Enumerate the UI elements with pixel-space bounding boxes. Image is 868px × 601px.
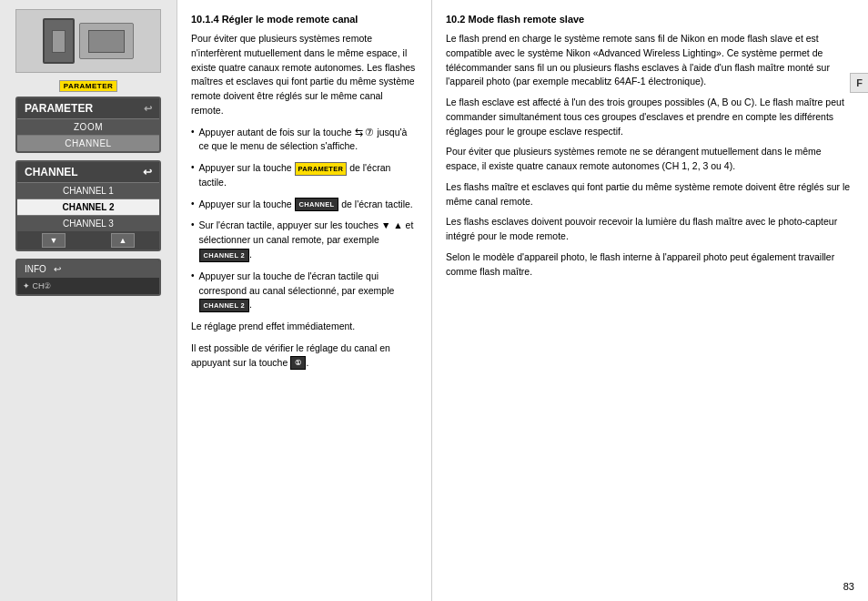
right-para-1: Le flash prend en charge le système remo… (446, 32, 854, 89)
right-para-2: Le flash esclave est affecté à l'un des … (446, 96, 854, 138)
arrow-up-btn[interactable]: ▲ (111, 233, 136, 248)
info-label: INFO (25, 264, 46, 274)
channel2-inline-badge-1: CHANNEL 2 (199, 249, 250, 262)
right-panel: F 10.2 Mode flash remote slave Le flash … (432, 0, 868, 601)
channel-title: CHANNEL (25, 166, 78, 178)
bullet-text-2: Appuyer sur la touche PARAMETER de l'écr… (199, 161, 418, 190)
bullet-1: • Appuyer autant de fois sur la touche ⇆… (191, 126, 418, 155)
channel-arrows: ▼ ▲ (17, 231, 159, 250)
parameter-badge-container: PARAMETER (59, 80, 118, 92)
middle-panel: 10.1.4 Régler le mode remote canal Pour … (177, 0, 432, 601)
back-icon: ↩ (144, 103, 152, 115)
bullet-dot-1: • (191, 127, 195, 155)
middle-title: 10.1.4 Régler le mode remote canal (191, 14, 418, 25)
channel-item-1[interactable]: CHANNEL 1 (17, 182, 159, 199)
info-back-icon: ↩ (54, 264, 61, 274)
footer-1: Le réglage prend effet immédiatement. (191, 320, 418, 334)
channel-back-icon: ↩ (143, 166, 152, 178)
channel2-inline-badge-2: CHANNEL 2 (199, 299, 250, 312)
right-title: 10.2 Mode flash remote slave (446, 14, 854, 25)
channel-item-3[interactable]: CHANNEL 3 (17, 215, 159, 231)
parameter-inline-badge: PARAMETER (295, 162, 348, 176)
right-para-4: Les flashs maître et esclaves qui font p… (446, 180, 854, 209)
channel-menu-screen: CHANNEL ↩ CHANNEL 1 CHANNEL 2 CHANNEL 3 … (15, 160, 161, 251)
info-screen: INFO ↩ ✦ CH② (15, 259, 161, 296)
bullet-dot-2: • (191, 162, 195, 190)
menu-title: PARAMETER (25, 102, 93, 115)
channel-header: CHANNEL ↩ (17, 162, 159, 182)
f-tab: F (850, 73, 868, 93)
parameter-menu-screen: PARAMETER ↩ ZOOM CHANNEL (15, 97, 161, 153)
footer-2: Il est possible de vérifier le réglage d… (191, 341, 418, 371)
info-inline-badge: ① (290, 356, 306, 370)
channel-inline-badge-1: CHANNEL (295, 198, 339, 211)
menu-item-zoom[interactable]: ZOOM (17, 118, 159, 135)
menu-header: PARAMETER ↩ (17, 98, 159, 118)
right-para-6: Selon le modèle d'appareil photo, le fla… (446, 250, 854, 280)
device-image (15, 9, 161, 73)
middle-para-1: Pour éviter que plusieurs systèmes remot… (191, 32, 418, 118)
bullet-text-1: Appuyer autant de fois sur la touche ⇆ ⑦… (199, 126, 418, 155)
info-bar: INFO ↩ (17, 260, 159, 278)
arrow-down-btn[interactable]: ▼ (42, 233, 66, 248)
right-para-5: Les flashs esclaves doivent pouvoir rece… (446, 215, 854, 244)
info-icons: ✦ CH② (17, 278, 159, 294)
bullet-dot-4: • (191, 219, 195, 261)
bullet-4: • Sur l'écran tactile, appuyer sur les t… (191, 219, 418, 261)
bullet-dot-5: • (191, 270, 195, 312)
bullet-5: • Appuyer sur la touche de l'écran tacti… (191, 270, 418, 312)
parameter-badge: PARAMETER (59, 80, 118, 92)
channel-item-2[interactable]: CHANNEL 2 (17, 199, 159, 215)
bullet-text-3: Appuyer sur la touche CHANNEL de l'écran… (199, 198, 413, 212)
bullet-2: • Appuyer sur la touche PARAMETER de l'é… (191, 161, 418, 190)
menu-item-channel[interactable]: CHANNEL (17, 135, 159, 151)
bullet-text-4: Sur l'écran tactile, appuyer sur les tou… (199, 219, 418, 261)
bullet-dot-3: • (191, 199, 195, 212)
bullet-text-5: Appuyer sur la touche de l'écran tactile… (199, 270, 418, 312)
left-panel: PARAMETER PARAMETER ↩ ZOOM CHANNEL CHANN… (0, 0, 177, 601)
page-number: 83 (843, 581, 854, 592)
right-para-3: Pour éviter que plusieurs systèmes remot… (446, 145, 854, 174)
bullet-3: • Appuyer sur la touche CHANNEL de l'écr… (191, 198, 418, 212)
